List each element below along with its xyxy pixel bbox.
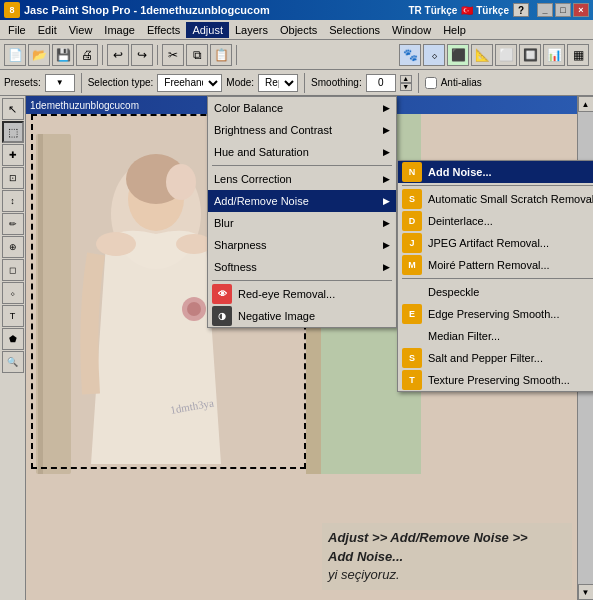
tb-icon1[interactable]: 🐾 <box>399 44 421 66</box>
paste-button[interactable]: 📋 <box>210 44 232 66</box>
menu-view[interactable]: View <box>63 22 99 38</box>
negative-image-item[interactable]: ◑ Negative Image <box>208 305 396 327</box>
options-bar: Presets: ▼ Selection type: Freehand Mode… <box>0 70 593 96</box>
adjust-dropdown: Color Balance ▶ Brightness and Contrast … <box>207 96 397 328</box>
open-button[interactable]: 📂 <box>28 44 50 66</box>
menu-file[interactable]: File <box>2 22 32 38</box>
cut-button[interactable]: ✂ <box>162 44 184 66</box>
adjust-sep1 <box>212 165 392 166</box>
salt-pepper-item[interactable]: S Salt and Pepper Filter... <box>398 347 593 369</box>
texture-preserving-item[interactable]: T Texture Preserving Smooth... <box>398 369 593 391</box>
scroll-up-btn[interactable]: ▲ <box>578 96 594 112</box>
menu-edit[interactable]: Edit <box>32 22 63 38</box>
freehand-tool-btn[interactable]: ⬚ <box>2 121 24 143</box>
menu-image[interactable]: Image <box>98 22 141 38</box>
menu-effects[interactable]: Effects <box>141 22 186 38</box>
maximize-button[interactable]: □ <box>555 3 571 17</box>
mode-label: Mode: <box>226 77 254 88</box>
selection-type-label: Selection type: <box>88 77 154 88</box>
svg-point-7 <box>96 232 136 256</box>
median-item[interactable]: Median Filter... <box>398 325 593 347</box>
jpeg-icon: J <box>402 233 422 253</box>
tb-icon2[interactable]: ⬦ <box>423 44 445 66</box>
antialias-label: Anti-alias <box>441 77 482 88</box>
brightness-arrow: ▶ <box>383 125 390 135</box>
noise-submenu: N Add Noise... S Automatic Small Scratch… <box>397 160 593 392</box>
tb-icon7[interactable]: 📊 <box>543 44 565 66</box>
brightness-contrast-item[interactable]: Brightness and Contrast ▶ <box>208 119 396 141</box>
color-balance-arrow: ▶ <box>383 103 390 113</box>
noise-sep1 <box>402 185 593 186</box>
straighten-tool-btn[interactable]: ↕ <box>2 190 24 212</box>
blur-item[interactable]: Blur ▶ <box>208 212 396 234</box>
menu-layers[interactable]: Layers <box>229 22 274 38</box>
copy-button[interactable]: ⧉ <box>186 44 208 66</box>
color-balance-item[interactable]: Color Balance ▶ <box>208 97 396 119</box>
tb-icon4[interactable]: 📐 <box>471 44 493 66</box>
menu-help[interactable]: Help <box>437 22 472 38</box>
hue-saturation-item[interactable]: Hue and Saturation ▶ <box>208 141 396 163</box>
redo-button[interactable]: ↪ <box>131 44 153 66</box>
menu-adjust[interactable]: Adjust <box>186 22 229 38</box>
eraser-tool-btn[interactable]: ◻ <box>2 259 24 281</box>
tb-icon3[interactable]: ⬛ <box>447 44 469 66</box>
moire-item[interactable]: M Moiré Pattern Removal... <box>398 254 593 276</box>
paint-tool-btn[interactable]: ✏ <box>2 213 24 235</box>
smoothing-input[interactable] <box>366 74 396 92</box>
fill-tool-btn[interactable]: ⬦ <box>2 282 24 304</box>
softness-item[interactable]: Softness ▶ <box>208 256 396 278</box>
sep3 <box>236 45 237 65</box>
menu-objects[interactable]: Objects <box>274 22 323 38</box>
tb-icon6[interactable]: 🔲 <box>519 44 541 66</box>
moire-icon: M <box>402 255 422 275</box>
new-button[interactable]: 📄 <box>4 44 26 66</box>
add-remove-noise-item[interactable]: Add/Remove Noise ▶ <box>208 190 396 212</box>
despeckle-item[interactable]: Despeckle <box>398 281 593 303</box>
mode-select[interactable]: Repl <box>258 74 298 92</box>
shape-tool-btn[interactable]: ⬟ <box>2 328 24 350</box>
svg-rect-2 <box>38 134 43 474</box>
jpeg-artifact-item[interactable]: J JPEG Artifact Removal... <box>398 232 593 254</box>
save-button[interactable]: 💾 <box>52 44 74 66</box>
adjust-sep2 <box>212 280 392 281</box>
close-button[interactable]: × <box>573 3 589 17</box>
lens-correction-item[interactable]: Lens Correction ▶ <box>208 168 396 190</box>
auto-scratch-item[interactable]: S Automatic Small Scratch Removal... <box>398 188 593 210</box>
move-tool-btn[interactable]: ✚ <box>2 144 24 166</box>
zoom-tool-btn[interactable]: 🔍 <box>2 351 24 373</box>
sharpness-item[interactable]: Sharpness ▶ <box>208 234 396 256</box>
left-toolbar: ↖ ⬚ ✚ ⊡ ↕ ✏ ⊕ ◻ ⬦ T ⬟ 🔍 <box>0 96 26 600</box>
crop-tool-btn[interactable]: ⊡ <box>2 167 24 189</box>
deinterlace-item[interactable]: D Deinterlace... <box>398 210 593 232</box>
add-noise-item[interactable]: N Add Noise... <box>398 161 593 183</box>
presets-field[interactable]: ▼ <box>45 74 75 92</box>
smoothing-up[interactable]: ▲ <box>400 75 412 83</box>
print-button[interactable]: 🖨 <box>76 44 98 66</box>
scroll-down-btn[interactable]: ▼ <box>578 584 594 600</box>
smoothing-label: Smoothing: <box>311 77 362 88</box>
presets-label: Presets: <box>4 77 41 88</box>
app-title: Jasc Paint Shop Pro - 1demethuzunblogcuc… <box>24 4 409 16</box>
tb-icon5[interactable]: ⬜ <box>495 44 517 66</box>
menu-selections[interactable]: Selections <box>323 22 386 38</box>
sep6 <box>418 73 419 93</box>
red-eye-item[interactable]: 👁 Red-eye Removal... <box>208 283 396 305</box>
svg-point-6 <box>166 164 196 200</box>
salt-icon: S <box>402 348 422 368</box>
smoothing-down[interactable]: ▼ <box>400 83 412 91</box>
text-tool-btn[interactable]: T <box>2 305 24 327</box>
undo-button[interactable]: ↩ <box>107 44 129 66</box>
clone-tool-btn[interactable]: ⊕ <box>2 236 24 258</box>
edge-preserving-item[interactable]: E Edge Preserving Smooth... <box>398 303 593 325</box>
deinterlace-icon: D <box>402 211 422 231</box>
tb-icon8[interactable]: ▦ <box>567 44 589 66</box>
menu-bar: File Edit View Image Effects Adjust Laye… <box>0 20 593 40</box>
menu-window[interactable]: Window <box>386 22 437 38</box>
selection-type-select[interactable]: Freehand <box>157 74 222 92</box>
negative-icon: ◑ <box>212 306 232 326</box>
antialias-checkbox[interactable] <box>425 77 437 89</box>
select-tool-btn[interactable]: ↖ <box>2 98 24 120</box>
red-eye-icon: 👁 <box>212 284 232 304</box>
image-title: 1demethuzunblogcucom <box>30 100 139 111</box>
minimize-button[interactable]: _ <box>537 3 553 17</box>
